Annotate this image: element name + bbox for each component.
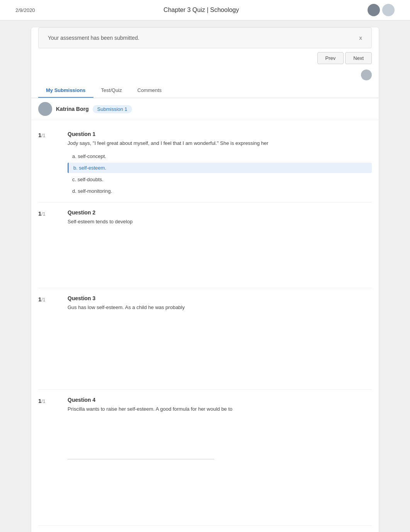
student-avatar	[38, 102, 52, 116]
avatar-user1	[368, 4, 380, 16]
submission-banner: Your assessment has been submitted. x	[38, 27, 372, 48]
question-3-blank-area	[68, 315, 372, 385]
question-content-3: Question 3 Gus has low self-esteem. As a…	[68, 295, 372, 385]
submission-badge: Submission 1	[93, 105, 132, 113]
nav-buttons-row: Prev Next	[31, 48, 379, 68]
tab-test-quiz[interactable]: Test/Quiz	[93, 83, 130, 98]
question-4-blank-area	[68, 459, 372, 521]
question-content-4: Question 4 Priscilla wants to raise her …	[68, 397, 372, 521]
submission-banner-text: Your assessment has been submitted.	[48, 35, 139, 41]
question-block-4: 1/1 Question 4 Priscilla wants to raise …	[38, 390, 372, 526]
student-row: Katrina Borg Submission 1	[31, 98, 379, 120]
answer-option-1d: d. self-monitoring.	[68, 186, 372, 196]
tab-comments[interactable]: Comments	[130, 83, 169, 98]
tab-my-submissions[interactable]: My Submissions	[38, 83, 93, 98]
prev-button[interactable]: Prev	[317, 52, 344, 64]
question-text-2: Self-esteem tends to develop	[68, 218, 372, 226]
question-label-2: Question 2	[68, 209, 372, 216]
student-name: Katrina Borg	[56, 106, 89, 112]
question-block-1: 1/1 Question 1 Jody says, "I feel great …	[38, 124, 372, 202]
question-content-2: Question 2 Self-esteem tends to develop	[68, 209, 372, 284]
question-2-blank-area	[68, 229, 372, 283]
score-denom-4: /1	[41, 399, 45, 404]
question-label-1: Question 1	[68, 131, 372, 137]
nav-avatar-row	[31, 68, 379, 83]
date-label: 2/9/2020	[15, 7, 35, 13]
question-label-4: Question 4	[68, 397, 372, 403]
close-banner-button[interactable]: x	[359, 35, 362, 41]
score-col-2: 1/1	[38, 209, 61, 284]
question-text-3: Gus has low self-esteem. As a child he w…	[68, 304, 372, 311]
question-block-2: 1/1 Question 2 Self-esteem tends to deve…	[38, 202, 372, 289]
score-col-4: 1/1	[38, 397, 61, 521]
question-block-5: 1/1 Question 5 Jennifer has high self-es…	[38, 526, 372, 532]
question-text-1: Jody says, "I feel great about myself, a…	[68, 139, 372, 147]
page-title: Chapter 3 Quiz | Schoology	[164, 7, 239, 14]
answer-option-1b: b. self-esteem.	[68, 163, 372, 173]
tabs-row: My Submissions Test/Quiz Comments	[31, 83, 379, 98]
avatar-small	[361, 70, 372, 80]
question-content-1: Question 1 Jody says, "I feel great abou…	[68, 131, 372, 197]
top-bar-avatars	[368, 4, 395, 16]
score-col-1: 1/1	[38, 131, 61, 197]
score-denom-3: /1	[41, 297, 45, 303]
question-text-4: Priscilla wants to raise her self-esteem…	[68, 405, 372, 413]
score-col-3: 1/1	[38, 295, 61, 385]
next-button[interactable]: Next	[345, 52, 372, 64]
answer-option-1a: a. self-concept.	[68, 151, 372, 161]
questions-area: 1/1 Question 1 Jody says, "I feel great …	[31, 120, 379, 532]
question-block-3: 1/1 Question 3 Gus has low self-esteem. …	[38, 288, 372, 390]
avatar-user2	[382, 4, 395, 16]
top-bar: 2/9/2020 Chapter 3 Quiz | Schoology	[0, 0, 410, 20]
score-denom-2: /1	[41, 211, 45, 217]
score-denom-1: /1	[41, 133, 45, 138]
question-label-3: Question 3	[68, 295, 372, 301]
answer-option-1c: c. self-doubts.	[68, 174, 372, 185]
